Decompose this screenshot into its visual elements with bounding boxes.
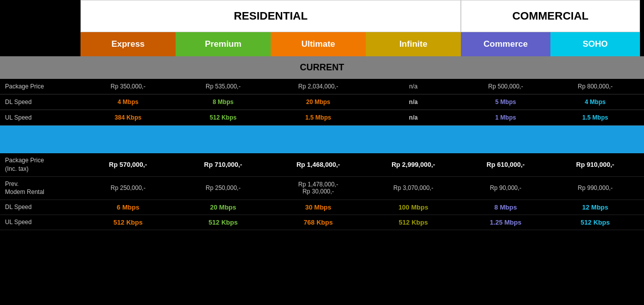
label-package-price: Package Price xyxy=(0,79,80,94)
new-cell-soho-ul: 512 Kbps xyxy=(550,216,640,229)
tab-infinite[interactable]: Infinite xyxy=(366,32,461,56)
new-cell-express-ul: 512 Kbps xyxy=(80,216,176,229)
new-label-modem-rental: Prev.Modem Rental xyxy=(0,177,80,200)
cell-premium-price: Rp 535,000,- xyxy=(176,79,271,94)
current-ul-speed-row: UL Speed 384 Kbps 512 Kbps 1.5 Mbps n/a … xyxy=(0,110,644,126)
cell-commerce-dl: 5 Mbps xyxy=(461,94,550,110)
new-cell-ultimate-price: Rp 1,468,000,- xyxy=(271,158,366,171)
new-package-price-row: Package Price(Inc. tax) Rp 570,000,- Rp … xyxy=(0,153,644,177)
tab-premium[interactable]: Premium xyxy=(176,32,271,56)
tab-express[interactable]: Express xyxy=(80,32,176,56)
cell-ultimate-ul: 1.5 Mbps xyxy=(271,110,366,125)
new-cell-infinite-modem: Rp 3,070,000,- xyxy=(366,181,461,194)
cell-infinite-price: n/a xyxy=(366,79,461,94)
new-cell-infinite-price: Rp 2,999,000,- xyxy=(366,158,461,171)
new-ul-speed-row: UL Speed 512 Kbps 512 Kbps 768 Kbps 512 … xyxy=(0,215,644,230)
cell-infinite-ul: n/a xyxy=(366,110,461,125)
header-row: RESIDENTIAL COMMERCIAL xyxy=(80,0,644,32)
cell-express-ul: 384 Kbps xyxy=(80,110,176,125)
new-cell-commerce-ul: 1.25 Mbps xyxy=(461,216,550,229)
new-cell-commerce-price: Rp 610,000,- xyxy=(461,158,550,171)
current-package-price-row: Package Price Rp 350,000,- Rp 535,000,- … xyxy=(0,79,644,94)
new-cell-premium-modem: Rp 250,000,- xyxy=(176,181,271,194)
current-row: CURRENT xyxy=(0,56,644,79)
new-cell-ultimate-modem: Rp 1,478,000,-Rp 30,000,- xyxy=(271,178,366,198)
page-wrapper: RESIDENTIAL COMMERCIAL Express Premium U… xyxy=(0,0,644,230)
tab-soho[interactable]: SOHO xyxy=(550,32,640,56)
commercial-header: COMMERCIAL xyxy=(461,0,640,32)
new-cell-soho-dl: 12 Mbps xyxy=(550,200,640,214)
new-cell-premium-dl: 20 Mbps xyxy=(176,200,271,214)
new-cell-express-dl: 6 Mbps xyxy=(80,200,176,214)
cell-premium-dl: 8 Mbps xyxy=(176,94,271,110)
current-data-section: Package Price Rp 350,000,- Rp 535,000,- … xyxy=(0,79,644,126)
new-cell-commerce-modem: Rp 90,000,- xyxy=(461,181,550,194)
current-dl-speed-row: DL Speed 4 Mbps 8 Mbps 20 Mbps n/a 5 Mbp… xyxy=(0,94,644,110)
new-cell-express-price: Rp 570,000,- xyxy=(80,158,176,171)
cell-express-price: Rp 350,000,- xyxy=(80,79,176,94)
new-cell-soho-modem: Rp 990,000,- xyxy=(550,181,640,194)
cell-express-dl: 4 Mbps xyxy=(80,94,176,110)
new-label-ul: UL Speed xyxy=(0,215,80,230)
new-cell-soho-price: Rp 910,000,- xyxy=(550,158,640,171)
new-cell-ultimate-dl: 30 Mbps xyxy=(271,200,366,214)
new-label-dl: DL Speed xyxy=(0,200,80,215)
cell-soho-price: Rp 800,000,- xyxy=(550,79,640,94)
cell-infinite-dl: n/a xyxy=(366,94,461,110)
cell-premium-ul: 512 Kbps xyxy=(176,110,271,125)
new-cell-ultimate-ul: 768 Kbps xyxy=(271,216,366,229)
new-modem-rental-row: Prev.Modem Rental Rp 250,000,- Rp 250,00… xyxy=(0,177,644,200)
new-cell-infinite-ul: 512 Kbps xyxy=(366,216,461,229)
new-cell-infinite-dl: 100 Mbps xyxy=(366,200,461,214)
new-cell-express-modem: Rp 250,000,- xyxy=(80,181,176,194)
tab-commerce[interactable]: Commerce xyxy=(461,32,550,56)
label-ul-speed: UL Speed xyxy=(0,110,80,125)
cell-soho-dl: 4 Mbps xyxy=(550,94,640,110)
new-cell-commerce-dl: 8 Mbps xyxy=(461,200,550,214)
cell-soho-ul: 1.5 Mbps xyxy=(550,110,640,125)
new-cell-premium-ul: 512 Kbps xyxy=(176,216,271,229)
cell-ultimate-dl: 20 Mbps xyxy=(271,94,366,110)
blue-divider xyxy=(0,126,644,153)
new-label-package-price: Package Price(Inc. tax) xyxy=(0,153,80,176)
plan-tabs-row: Express Premium Ultimate Infinite Commer… xyxy=(80,32,644,56)
cell-commerce-ul: 1 Mbps xyxy=(461,110,550,125)
cell-ultimate-price: Rp 2,034,000,- xyxy=(271,79,366,94)
new-dl-speed-row: DL Speed 6 Mbps 20 Mbps 30 Mbps 100 Mbps… xyxy=(0,200,644,215)
new-data-section: Package Price(Inc. tax) Rp 570,000,- Rp … xyxy=(0,153,644,230)
new-cell-premium-price: Rp 710,000,- xyxy=(176,158,271,171)
cell-commerce-price: Rp 500,000,- xyxy=(461,79,550,94)
tab-ultimate[interactable]: Ultimate xyxy=(271,32,366,56)
residential-header: RESIDENTIAL xyxy=(80,0,461,32)
label-dl-speed: DL Speed xyxy=(0,94,80,110)
